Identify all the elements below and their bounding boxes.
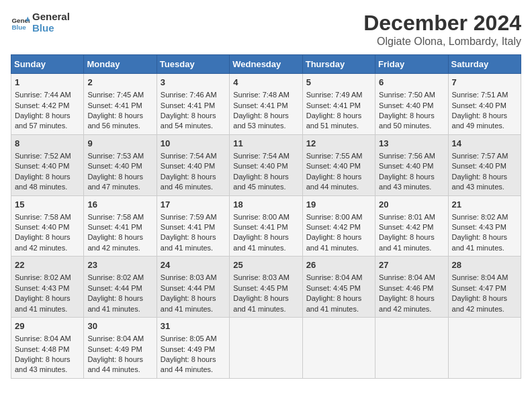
daylight-text: Daylight: 8 hours and 50 minutes. <box>379 111 435 130</box>
sunrise-text: Sunrise: 8:03 AM <box>161 273 217 281</box>
sunset-text: Sunset: 4:46 PM <box>379 284 433 292</box>
calendar-week-2: 8Sunrise: 7:52 AMSunset: 4:40 PMDaylight… <box>11 134 521 195</box>
sunset-text: Sunset: 4:40 PM <box>379 162 433 170</box>
daylight-text: Daylight: 8 hours and 41 minutes. <box>161 294 216 312</box>
daylight-text: Daylight: 8 hours and 43 minutes. <box>452 173 508 191</box>
calendar-cell: 17Sunrise: 7:59 AMSunset: 4:41 PMDayligh… <box>157 195 229 257</box>
sunrise-text: Sunrise: 7:56 AM <box>379 152 435 160</box>
day-number: 14 <box>452 138 517 150</box>
sunrise-text: Sunrise: 7:45 AM <box>87 91 144 99</box>
calendar-cell: 24Sunrise: 8:03 AMSunset: 4:44 PMDayligh… <box>157 257 229 318</box>
daylight-text: Daylight: 8 hours and 42 minutes. <box>87 233 143 251</box>
calendar-cell: 18Sunrise: 8:00 AMSunset: 4:41 PMDayligh… <box>230 195 302 257</box>
sunrise-text: Sunrise: 7:58 AM <box>87 213 144 221</box>
daylight-text: Daylight: 8 hours and 57 minutes. <box>15 111 71 130</box>
calendar-cell: 16Sunrise: 7:58 AMSunset: 4:41 PMDayligh… <box>84 195 157 257</box>
sunrise-text: Sunrise: 7:50 AM <box>379 91 435 99</box>
sunrise-text: Sunrise: 7:48 AM <box>233 91 290 99</box>
daylight-text: Daylight: 8 hours and 54 minutes. <box>161 111 216 130</box>
calendar-cell: 31Sunrise: 8:05 AMSunset: 4:49 PMDayligh… <box>157 318 229 379</box>
calendar-cell: 4Sunrise: 7:48 AMSunset: 4:41 PMDaylight… <box>230 74 302 135</box>
day-number: 20 <box>379 199 444 211</box>
day-number: 22 <box>15 259 80 271</box>
sunrise-text: Sunrise: 8:04 AM <box>87 334 144 342</box>
sunrise-text: Sunrise: 8:04 AM <box>15 334 71 342</box>
calendar-cell: 30Sunrise: 8:04 AMSunset: 4:49 PMDayligh… <box>84 318 157 379</box>
day-number: 27 <box>379 259 444 271</box>
sunrise-text: Sunrise: 8:04 AM <box>452 273 508 281</box>
sunset-text: Sunset: 4:40 PM <box>15 162 69 170</box>
calendar-cell: 19Sunrise: 8:00 AMSunset: 4:42 PMDayligh… <box>302 195 375 257</box>
day-number: 17 <box>161 199 226 211</box>
logo-icon: General Blue <box>11 13 30 32</box>
calendar-week-4: 22Sunrise: 8:02 AMSunset: 4:43 PMDayligh… <box>11 257 521 318</box>
daylight-text: Daylight: 8 hours and 41 minutes. <box>87 294 143 312</box>
sunrise-text: Sunrise: 8:00 AM <box>306 213 363 221</box>
calendar-cell: 3Sunrise: 7:46 AMSunset: 4:41 PMDaylight… <box>157 74 229 135</box>
calendar-table: SundayMondayTuesdayWednesdayThursdayFrid… <box>11 54 521 379</box>
calendar-cell: 23Sunrise: 8:02 AMSunset: 4:44 PMDayligh… <box>84 257 157 318</box>
calendar-cell <box>375 318 448 379</box>
calendar-cell: 29Sunrise: 8:04 AMSunset: 4:48 PMDayligh… <box>11 318 84 379</box>
sunset-text: Sunset: 4:40 PM <box>379 101 433 109</box>
daylight-text: Daylight: 8 hours and 41 minutes. <box>306 294 362 312</box>
sunrise-text: Sunrise: 7:52 AM <box>15 152 71 160</box>
sunrise-text: Sunrise: 7:53 AM <box>87 152 144 160</box>
day-number: 28 <box>452 259 517 271</box>
daylight-text: Daylight: 8 hours and 41 minutes. <box>379 233 435 251</box>
daylight-text: Daylight: 8 hours and 43 minutes. <box>379 173 435 191</box>
sunset-text: Sunset: 4:42 PM <box>379 223 433 231</box>
day-number: 3 <box>161 77 226 89</box>
sunset-text: Sunset: 4:45 PM <box>306 284 361 292</box>
day-number: 12 <box>306 138 371 150</box>
sunset-text: Sunset: 4:49 PM <box>87 345 142 353</box>
day-number: 8 <box>15 138 80 150</box>
calendar-cell: 5Sunrise: 7:49 AMSunset: 4:41 PMDaylight… <box>302 74 375 135</box>
sunset-text: Sunset: 4:45 PM <box>233 284 287 292</box>
sunset-text: Sunset: 4:42 PM <box>15 101 69 109</box>
sunrise-text: Sunrise: 7:49 AM <box>306 91 363 99</box>
daylight-text: Daylight: 8 hours and 42 minutes. <box>452 294 508 312</box>
daylight-text: Daylight: 8 hours and 47 minutes. <box>87 173 143 191</box>
sunrise-text: Sunrise: 7:59 AM <box>161 213 217 221</box>
daylight-text: Daylight: 8 hours and 42 minutes. <box>15 233 71 251</box>
day-number: 6 <box>379 77 444 89</box>
page-header: General Blue General Blue December 2024 … <box>11 11 521 48</box>
header-cell-saturday: Saturday <box>448 55 521 74</box>
calendar-cell: 27Sunrise: 8:04 AMSunset: 4:46 PMDayligh… <box>375 257 448 318</box>
sunset-text: Sunset: 4:41 PM <box>306 101 361 109</box>
location: Olgiate Olona, Lombardy, Italy <box>363 36 521 48</box>
sunrise-text: Sunrise: 8:00 AM <box>233 213 290 221</box>
sunset-text: Sunset: 4:40 PM <box>87 162 142 170</box>
daylight-text: Daylight: 8 hours and 41 minutes. <box>233 233 289 251</box>
day-number: 13 <box>379 138 444 150</box>
sunset-text: Sunset: 4:43 PM <box>452 223 506 231</box>
day-number: 29 <box>15 320 80 332</box>
sunrise-text: Sunrise: 7:44 AM <box>15 91 71 99</box>
calendar-cell: 13Sunrise: 7:56 AMSunset: 4:40 PMDayligh… <box>375 134 448 195</box>
daylight-text: Daylight: 8 hours and 41 minutes. <box>161 233 216 251</box>
sunrise-text: Sunrise: 7:57 AM <box>452 152 508 160</box>
header-cell-tuesday: Tuesday <box>157 55 229 74</box>
daylight-text: Daylight: 8 hours and 41 minutes. <box>233 294 289 312</box>
calendar-cell: 1Sunrise: 7:44 AMSunset: 4:42 PMDaylight… <box>11 74 84 135</box>
daylight-text: Daylight: 8 hours and 46 minutes. <box>161 173 216 191</box>
sunset-text: Sunset: 4:41 PM <box>87 223 142 231</box>
day-number: 11 <box>233 138 298 150</box>
sunrise-text: Sunrise: 8:04 AM <box>379 273 435 281</box>
sunset-text: Sunset: 4:48 PM <box>15 345 69 353</box>
sunset-text: Sunset: 4:40 PM <box>452 162 506 170</box>
sunrise-text: Sunrise: 8:04 AM <box>306 273 363 281</box>
day-number: 25 <box>233 259 298 271</box>
calendar-cell: 25Sunrise: 8:03 AMSunset: 4:45 PMDayligh… <box>230 257 302 318</box>
sunset-text: Sunset: 4:41 PM <box>233 223 287 231</box>
calendar-cell: 28Sunrise: 8:04 AMSunset: 4:47 PMDayligh… <box>448 257 521 318</box>
calendar-cell: 11Sunrise: 7:54 AMSunset: 4:40 PMDayligh… <box>230 134 302 195</box>
sunset-text: Sunset: 4:42 PM <box>306 223 361 231</box>
calendar-cell: 12Sunrise: 7:55 AMSunset: 4:40 PMDayligh… <box>302 134 375 195</box>
calendar-cell <box>302 318 375 379</box>
sunset-text: Sunset: 4:47 PM <box>452 284 506 292</box>
day-number: 2 <box>87 77 152 89</box>
sunrise-text: Sunrise: 7:51 AM <box>452 91 508 99</box>
sunset-text: Sunset: 4:40 PM <box>233 162 287 170</box>
